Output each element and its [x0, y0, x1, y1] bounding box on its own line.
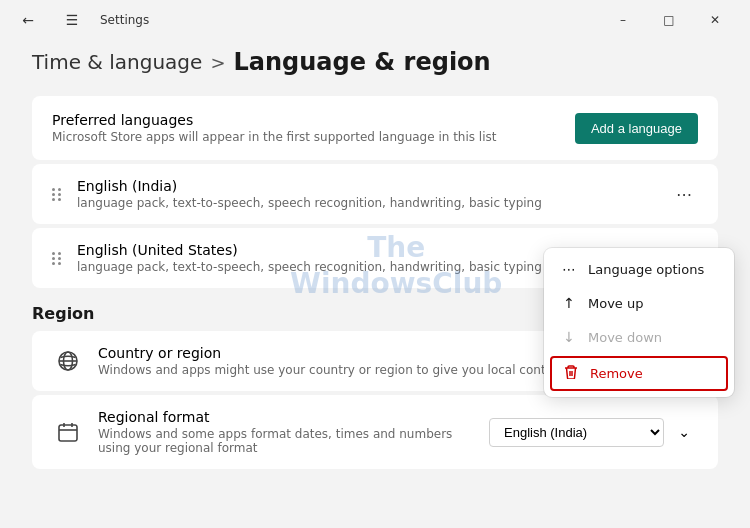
title-bar: ← ☰ Settings – □ ✕: [0, 0, 750, 40]
regional-format-select[interactable]: English (India) English (United States): [489, 418, 664, 447]
arrow-down-icon: ↓: [560, 329, 578, 345]
hamburger-button[interactable]: ☰: [56, 4, 88, 36]
app-title: Settings: [100, 13, 149, 27]
trash-icon: [562, 365, 580, 382]
title-bar-left: ← ☰ Settings: [12, 4, 149, 36]
menu-item-move-up[interactable]: ↑ Move up: [544, 286, 734, 320]
regional-format-expand-button[interactable]: ⌄: [670, 418, 698, 446]
svg-rect-3: [59, 425, 77, 441]
menu-item-move-down: ↓ Move down: [544, 320, 734, 354]
language-desc: language pack, text-to-speech, speech re…: [77, 196, 670, 210]
drag-handle-english-us[interactable]: [52, 252, 61, 265]
preferred-languages-description: Microsoft Store apps will appear in the …: [52, 130, 497, 144]
menu-item-move-down-label: Move down: [588, 330, 662, 345]
menu-item-language-options[interactable]: ⋯ Language options: [544, 252, 734, 286]
dots-icon: ⋯: [560, 261, 578, 277]
add-language-button[interactable]: Add a language: [575, 113, 698, 144]
globe-icon: [52, 345, 84, 377]
preferred-languages-title: Preferred languages: [52, 112, 497, 128]
context-menu: ⋯ Language options ↑ Move up ↓ Move down…: [544, 248, 734, 397]
window-controls: – □ ✕: [600, 4, 738, 36]
page-title: Language & region: [233, 48, 490, 76]
menu-item-remove[interactable]: Remove: [550, 356, 728, 391]
regional-format-info: Regional format Windows and some apps fo…: [98, 409, 475, 455]
language-item-english-india: English (India) language pack, text-to-s…: [32, 164, 718, 224]
maximize-button[interactable]: □: [646, 4, 692, 36]
regional-format-desc: Windows and some apps format dates, time…: [98, 427, 475, 455]
close-button[interactable]: ✕: [692, 4, 738, 36]
regional-format-item: Regional format Windows and some apps fo…: [32, 395, 718, 469]
breadcrumb-separator: >: [210, 52, 225, 73]
breadcrumb-parent[interactable]: Time & language: [32, 50, 202, 74]
regional-format-name: Regional format: [98, 409, 475, 425]
minimize-button[interactable]: –: [600, 4, 646, 36]
menu-item-remove-label: Remove: [590, 366, 643, 381]
language-info-english-india: English (India) language pack, text-to-s…: [77, 178, 670, 210]
drag-handle-english-india[interactable]: [52, 188, 61, 201]
regional-format-select-wrapper: English (India) English (United States) …: [489, 418, 698, 447]
language-name: English (India): [77, 178, 670, 194]
preferred-languages-card: Preferred languages Microsoft Store apps…: [32, 96, 718, 160]
language-menu-button-india[interactable]: ⋯: [670, 180, 698, 208]
menu-item-move-up-label: Move up: [588, 296, 644, 311]
calendar-icon: [52, 416, 84, 448]
preferred-languages-info: Preferred languages Microsoft Store apps…: [52, 112, 497, 144]
arrow-up-icon: ↑: [560, 295, 578, 311]
breadcrumb: Time & language > Language & region: [32, 48, 718, 76]
menu-item-language-options-label: Language options: [588, 262, 704, 277]
back-button[interactable]: ←: [12, 4, 44, 36]
